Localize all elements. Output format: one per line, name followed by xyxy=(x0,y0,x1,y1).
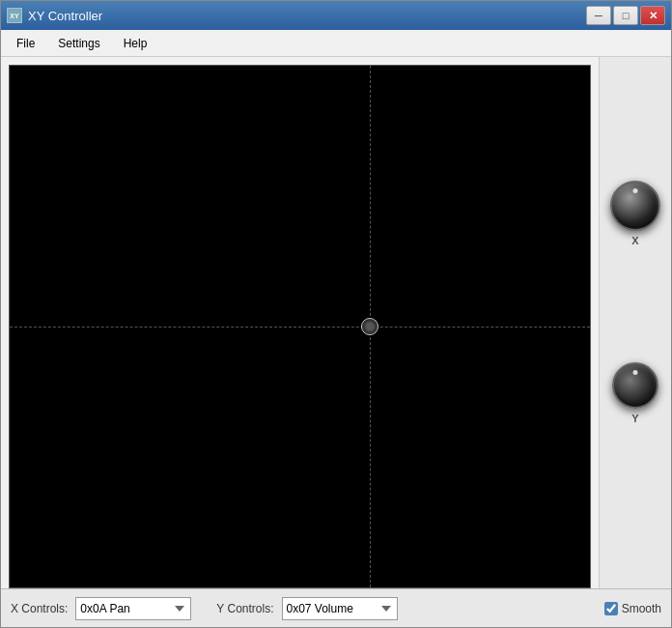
knob-y-label: Y xyxy=(631,413,638,424)
cursor-dot xyxy=(361,318,378,335)
menu-settings[interactable]: Settings xyxy=(48,33,109,54)
smooth-label: Smooth xyxy=(622,602,661,615)
smooth-section: Smooth xyxy=(604,602,661,615)
menu-bar: File Settings Help xyxy=(1,30,671,57)
crosshair-vertical xyxy=(370,66,371,587)
crosshair-horizontal xyxy=(10,327,590,328)
y-controls-select[interactable]: 0x07 Volume 0x0A Pan 0x01 Modulation 0x0… xyxy=(282,597,398,620)
knob-y-section: Y xyxy=(612,362,658,424)
main-content: X Y xyxy=(1,57,671,588)
knob-x-label: X xyxy=(631,235,638,246)
minimize-button[interactable]: ─ xyxy=(586,6,611,25)
bottom-bar: X Controls: 0x0A Pan 0x01 Modulation 0x0… xyxy=(1,588,671,627)
title-bar-left: XY XY Controller xyxy=(7,8,170,23)
window-title: XY Controller xyxy=(28,9,102,23)
xy-area xyxy=(1,57,599,588)
title-bar-controls: ─ □ ✕ xyxy=(586,6,665,25)
menu-file[interactable]: File xyxy=(7,33,44,54)
x-controls-select[interactable]: 0x0A Pan 0x01 Modulation 0x07 Volume 0x0… xyxy=(75,597,191,620)
app-icon: XY xyxy=(7,8,22,23)
xy-canvas[interactable] xyxy=(9,65,591,588)
knob-y[interactable] xyxy=(612,362,658,409)
right-panel: X Y xyxy=(599,57,671,588)
close-button[interactable]: ✕ xyxy=(640,6,665,25)
y-controls-label: Y Controls: xyxy=(216,602,273,615)
title-bar: XY XY Controller ─ □ ✕ xyxy=(1,1,671,30)
main-window: XY XY Controller ─ □ ✕ File Settings Hel… xyxy=(0,0,672,628)
smooth-checkbox[interactable] xyxy=(604,602,618,615)
knob-x-section: X xyxy=(610,181,660,246)
knob-x[interactable] xyxy=(610,181,660,231)
menu-help[interactable]: Help xyxy=(114,33,157,54)
x-controls-label: X Controls: xyxy=(11,602,68,615)
maximize-button[interactable]: □ xyxy=(613,6,638,25)
